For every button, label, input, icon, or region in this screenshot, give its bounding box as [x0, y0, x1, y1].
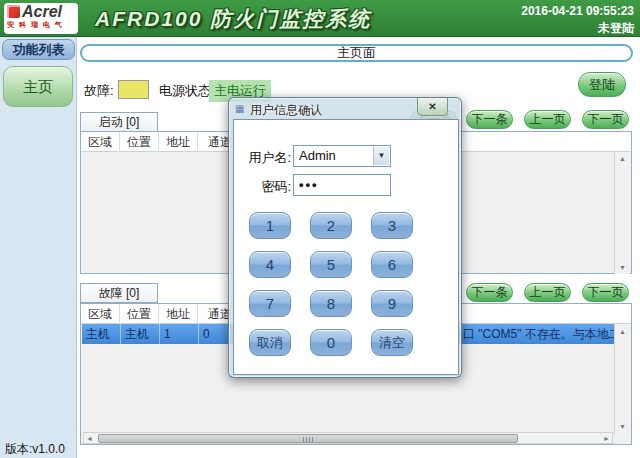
keypad-6[interactable]: 6 [371, 251, 413, 278]
version-label: 版本:v1.0.0 [5, 441, 65, 458]
fault-table-hscrollbar[interactable]: ◄ ► [83, 432, 613, 444]
start-table-vscrollbar[interactable]: ▲ ▼ [614, 152, 630, 274]
cell-message: 串口 "COM5" 不存在。与本地二总线 [447, 324, 615, 344]
scroll-up-icon[interactable]: ▲ [615, 328, 630, 335]
acrel-logo: Acrel 安 科 瑞 电 气 [4, 3, 78, 34]
keypad-4[interactable]: 4 [249, 251, 291, 278]
close-icon[interactable]: ✕ [417, 98, 448, 116]
dialog-titlebar[interactable]: ▦ 用户信息确认 ✕ [229, 98, 461, 119]
brand-subtitle: 安 科 瑞 电 气 [7, 20, 75, 30]
password-field[interactable]: ••• [293, 174, 391, 196]
dialog-content: 用户名: Admin ▼ 密码: ••• 1 2 3 4 5 6 7 8 9 取… [233, 119, 459, 375]
acrel-logo-icon [7, 5, 20, 18]
app-header: Acrel 安 科 瑞 电 气 AFRD100 防火门监控系统 2016-04-… [0, 0, 640, 37]
username-select[interactable]: Admin ▼ [293, 145, 391, 167]
password-label: 密码: [239, 178, 291, 196]
col-area[interactable]: 区域 [81, 304, 120, 324]
scroll-down-icon[interactable]: ▼ [615, 264, 630, 271]
username-value: Admin [299, 148, 336, 163]
keypad-1[interactable]: 1 [249, 212, 291, 239]
scroll-down-icon[interactable]: ▼ [615, 423, 630, 430]
keypad-0[interactable]: 0 [310, 329, 352, 356]
dialog-title: 用户信息确认 [250, 102, 322, 119]
brand-name: Acrel [22, 4, 62, 19]
fault-next-item-button[interactable]: 下一条 [466, 283, 513, 302]
sidebar-item-home[interactable]: 主页 [3, 66, 73, 107]
tab-fault[interactable]: 故障 [0] [80, 283, 158, 303]
keypad-9[interactable]: 9 [371, 290, 413, 317]
fault-prev-page-button[interactable]: 上一页 [524, 283, 571, 302]
keypad-7[interactable]: 7 [249, 290, 291, 317]
hscroll-thumb[interactable] [98, 434, 518, 443]
start-next-page-button[interactable]: 下一页 [582, 110, 629, 129]
sidebar-menu-header: 功能列表 [2, 39, 75, 60]
scroll-grip-icon [303, 437, 313, 442]
cell-address: 1 [160, 324, 199, 344]
scroll-left-icon[interactable]: ◄ [86, 433, 93, 444]
page-title: 主页面 [80, 44, 633, 62]
keypad-3[interactable]: 3 [371, 212, 413, 239]
cell-area: 主机 [82, 324, 121, 344]
fault-next-page-button[interactable]: 下一页 [582, 283, 629, 302]
username-label: 用户名: [239, 149, 291, 167]
col-address[interactable]: 地址 [159, 304, 198, 324]
fault-table-vscrollbar[interactable]: ▲ ▼ [614, 324, 630, 434]
login-status: 未登陆 [521, 20, 634, 37]
power-status-label: 电源状态: [159, 82, 215, 100]
keypad-5[interactable]: 5 [310, 251, 352, 278]
user-confirm-dialog: ▦ 用户信息确认 ✕ 用户名: Admin ▼ 密码: ••• 1 2 3 4 … [228, 97, 462, 378]
keypad-2[interactable]: 2 [310, 212, 352, 239]
login-button[interactable]: 登陆 [578, 72, 626, 97]
dialog-window-icon: ▦ [235, 103, 246, 114]
app-title: AFRD100 防火门监控系统 [95, 5, 465, 33]
keypad-8[interactable]: 8 [310, 290, 352, 317]
start-next-item-button[interactable]: 下一条 [466, 110, 513, 129]
sidebar: 功能列表 主页 版本:v1.0.0 [0, 37, 77, 458]
tab-start[interactable]: 启动 [0] [80, 112, 158, 132]
col-position[interactable]: 位置 [120, 304, 159, 324]
col-address[interactable]: 地址 [159, 132, 198, 152]
col-area[interactable]: 区域 [81, 132, 120, 152]
start-prev-page-button[interactable]: 上一页 [524, 110, 571, 129]
col-position[interactable]: 位置 [120, 132, 159, 152]
clear-button[interactable]: 清空 [371, 329, 413, 356]
scroll-up-icon[interactable]: ▲ [615, 155, 630, 162]
chevron-down-icon[interactable]: ▼ [373, 147, 389, 165]
cell-position: 主机 [121, 324, 160, 344]
scroll-right-icon[interactable]: ► [603, 433, 610, 444]
fault-label: 故障: [84, 82, 114, 100]
fault-indicator [118, 80, 149, 99]
datetime-display: 2016-04-21 09:55:23 [521, 4, 634, 18]
cancel-button[interactable]: 取消 [249, 329, 291, 356]
